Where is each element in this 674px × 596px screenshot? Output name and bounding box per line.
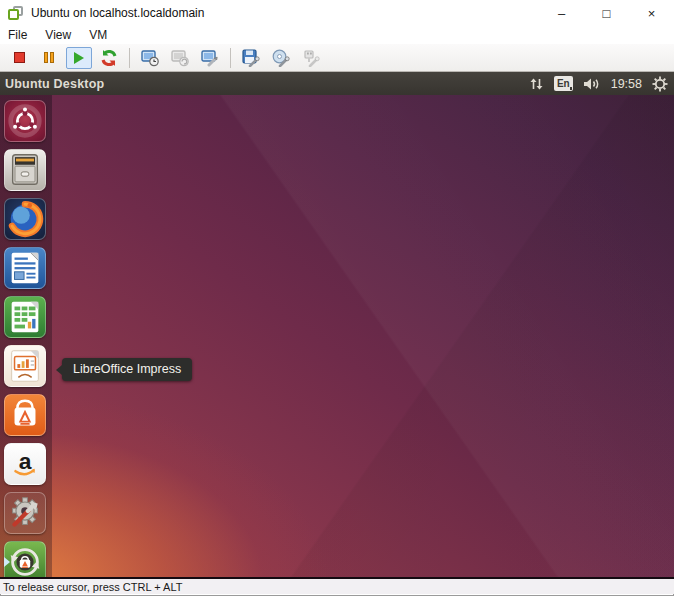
power-off-icon <box>14 52 25 63</box>
launcher-item-files[interactable] <box>4 149 46 191</box>
launcher-item-software-center[interactable] <box>4 394 46 436</box>
ubuntu-dash-icon <box>4 100 46 142</box>
title-bar: Ubuntu on localhost.localdomain – □ × <box>0 0 674 26</box>
volume-icon[interactable] <box>583 77 601 91</box>
status-message: To release cursor, press CTRL + ALT <box>3 581 182 593</box>
system-settings-icon <box>4 492 46 534</box>
reset-icon <box>100 49 118 67</box>
libreoffice-impress-icon <box>4 345 46 387</box>
vm-toolbar <box>0 44 674 72</box>
menu-bar: File View VM <box>0 26 674 44</box>
minimize-button[interactable]: – <box>539 0 584 26</box>
vmware-window: Ubuntu on localhost.localdomain – □ × Fi… <box>0 0 674 596</box>
amazon-icon: a <box>4 443 46 485</box>
desktop-title: Ubuntu Desktop <box>5 77 104 91</box>
take-snapshot-icon <box>141 49 159 67</box>
floppy-device-icon <box>242 49 260 67</box>
wallpaper-facet <box>0 95 674 577</box>
svg-text:a: a <box>19 448 32 474</box>
usb-device-icon <box>302 49 320 67</box>
revert-snapshot-button <box>167 47 193 69</box>
launcher-item-system-settings[interactable] <box>4 492 46 534</box>
tooltip-text: LibreOffice Impress <box>73 362 181 376</box>
network-arrows-icon[interactable] <box>529 77 544 91</box>
manage-snapshots-button[interactable] <box>197 47 223 69</box>
vmware-app-icon <box>8 5 24 21</box>
menu-view[interactable]: View <box>45 28 71 42</box>
window-title: Ubuntu on localhost.localdomain <box>31 6 204 20</box>
libreoffice-calc-icon <box>4 296 46 338</box>
clock[interactable]: 19:58 <box>611 77 642 91</box>
close-button[interactable]: × <box>629 0 674 26</box>
software-updater-icon <box>4 541 46 579</box>
maximize-button[interactable]: □ <box>584 0 629 26</box>
take-snapshot-button[interactable] <box>137 47 163 69</box>
floppy-device-button[interactable] <box>238 47 264 69</box>
unity-launcher: a <box>0 95 52 577</box>
firefox-icon <box>4 198 46 240</box>
launcher-item-software-updater[interactable] <box>4 541 46 579</box>
unity-top-panel: Ubuntu Desktop En 19:58 <box>0 72 674 95</box>
launcher-item-amazon[interactable]: a <box>4 443 46 485</box>
menu-vm[interactable]: VM <box>89 28 107 42</box>
launcher-tooltip: LibreOffice Impress <box>62 358 192 381</box>
launcher-item-firefox[interactable] <box>4 198 46 240</box>
launcher-item-libreoffice-calc[interactable] <box>4 296 46 338</box>
manage-snapshots-icon <box>201 49 219 67</box>
power-on-icon <box>74 52 84 64</box>
usb-device-button <box>298 47 324 69</box>
power-off-button[interactable] <box>6 47 32 69</box>
cd-device-icon <box>272 49 290 67</box>
power-on-button[interactable] <box>66 47 92 69</box>
suspend-button[interactable] <box>36 47 62 69</box>
session-gear-icon[interactable] <box>652 76 668 92</box>
running-indicator-arrow <box>4 557 10 567</box>
suspend-icon <box>44 52 54 63</box>
launcher-item-libreoffice-impress[interactable] <box>4 345 46 387</box>
status-bar: To release cursor, press CTRL + ALT <box>0 579 674 594</box>
libreoffice-writer-icon <box>4 247 46 289</box>
menu-file[interactable]: File <box>8 28 27 42</box>
reset-button[interactable] <box>96 47 122 69</box>
cd-device-button[interactable] <box>268 47 294 69</box>
keyboard-layout-indicator[interactable]: En <box>554 76 573 91</box>
files-icon <box>4 149 46 191</box>
software-center-icon <box>4 394 46 436</box>
launcher-item-dash-home[interactable] <box>4 100 46 142</box>
launcher-item-libreoffice-writer[interactable] <box>4 247 46 289</box>
revert-snapshot-icon <box>171 49 189 67</box>
ubuntu-desktop[interactable]: a <box>0 95 674 579</box>
